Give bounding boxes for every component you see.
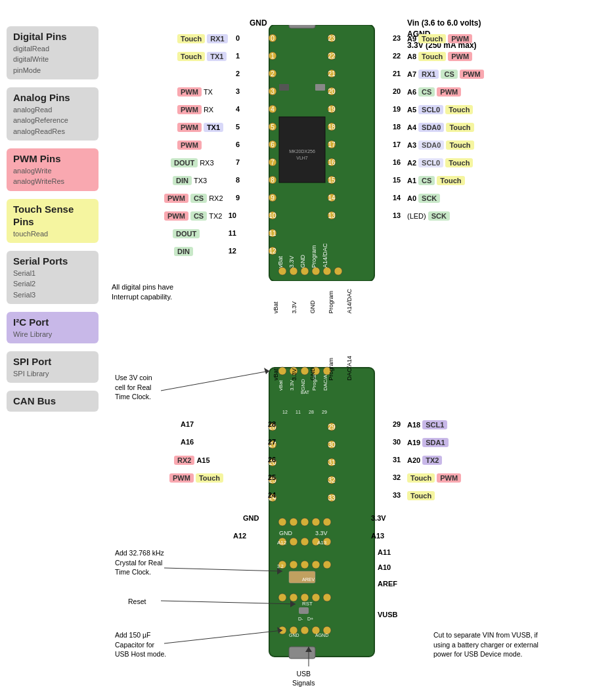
legend-digital-title: Digital Pins bbox=[13, 30, 92, 43]
pin18-sda0: SDA0 bbox=[418, 123, 444, 132]
pin27-labels: A16 bbox=[181, 438, 194, 446]
gnd-bottom-label: GND bbox=[309, 289, 316, 314]
svg-text:0: 0 bbox=[271, 35, 275, 42]
pin30-labels: A19 SDA1 bbox=[407, 438, 449, 447]
svg-text:3.3V: 3.3V bbox=[315, 530, 328, 536]
pinnum-7: 7 bbox=[227, 158, 240, 166]
pinnum-9: 9 bbox=[227, 194, 240, 202]
pin23-labels: A9 Touch PWM bbox=[407, 34, 472, 43]
svg-text:BAT: BAT bbox=[301, 390, 310, 395]
pin8-din: DIN bbox=[173, 176, 192, 185]
svg-text:21: 21 bbox=[328, 70, 336, 77]
pin29-a18: A18 bbox=[407, 421, 420, 429]
pin23-a9: A9 bbox=[407, 35, 416, 43]
pin14-labels: A0 SCK bbox=[407, 194, 440, 203]
pinnum-10: 10 bbox=[223, 211, 236, 219]
pin8-tx3: TX3 bbox=[194, 177, 207, 184]
svg-text:11: 11 bbox=[269, 230, 276, 237]
pin19-touch: Touch bbox=[445, 105, 473, 114]
pin19-scl0: SCL0 bbox=[418, 105, 443, 114]
a14dac-label: A14/DAC bbox=[346, 289, 353, 314]
pin7-dout: DOUT bbox=[171, 158, 198, 167]
pin33-labels: Touch bbox=[407, 491, 435, 500]
pin10-labels: PWM CS TX2 bbox=[164, 211, 222, 221]
pin31-a20: A20 bbox=[407, 456, 420, 464]
pin22-pwm: PWM bbox=[448, 52, 472, 61]
a10-label: A10 bbox=[378, 563, 391, 571]
a11-label: A11 bbox=[378, 548, 391, 556]
svg-text:A12: A12 bbox=[277, 540, 287, 546]
svg-rect-36 bbox=[315, 84, 325, 91]
pin15-a1: A1 bbox=[407, 177, 416, 184]
pinnum-13: 13 bbox=[393, 211, 406, 219]
pin27-a16: A16 bbox=[181, 438, 194, 446]
pin5-labels: PWM TX1 bbox=[177, 123, 223, 132]
pin16-touch: Touch bbox=[445, 158, 473, 167]
svg-text:RST: RST bbox=[302, 601, 313, 607]
svg-text:29: 29 bbox=[322, 410, 327, 414]
pin0-touch: Touch bbox=[177, 34, 205, 43]
pin15-cs: CS bbox=[418, 176, 435, 185]
svg-text:vBat: vBat bbox=[277, 255, 284, 268]
svg-text:GND: GND bbox=[279, 530, 293, 536]
svg-text:6: 6 bbox=[271, 141, 275, 148]
pin14-sck: SCK bbox=[418, 194, 440, 203]
pin21-pwm: PWM bbox=[460, 70, 484, 79]
legend-touch-title: Touch Sense Pins bbox=[13, 203, 92, 228]
pinnum-12: 12 bbox=[223, 247, 236, 255]
pin13-sck: SCK bbox=[428, 211, 450, 221]
svg-text:2: 2 bbox=[271, 70, 275, 77]
pinnum-31: 31 bbox=[393, 456, 401, 464]
pinnum-28: 28 bbox=[268, 420, 276, 428]
svg-text:29: 29 bbox=[328, 423, 336, 431]
svg-point-118 bbox=[312, 594, 320, 601]
coin-cell-annotation: Use 3V coin cell for Real Time Clock. bbox=[115, 373, 152, 402]
svg-text:GND: GND bbox=[300, 379, 306, 391]
svg-point-99 bbox=[301, 518, 309, 526]
legend-can-bus: CAN Bus bbox=[7, 391, 99, 412]
pin23-pwm: PWM bbox=[448, 34, 472, 43]
gnd-b-label: GND bbox=[309, 356, 316, 381]
svg-rect-35 bbox=[279, 84, 289, 91]
svg-text:GND: GND bbox=[299, 255, 306, 269]
legend-spi-title: SPI Port bbox=[13, 355, 92, 368]
pin19-labels: A5 SCL0 Touch bbox=[407, 105, 473, 114]
svg-point-111 bbox=[301, 561, 309, 569]
pinnum-5: 5 bbox=[227, 123, 240, 131]
pin20-cs: CS bbox=[418, 87, 435, 97]
pin13-labels: (LED) SCK bbox=[407, 211, 450, 221]
pin14-a0: A0 bbox=[407, 194, 416, 202]
pin28-labels: A17 bbox=[181, 420, 194, 428]
pinnum-17: 17 bbox=[393, 141, 406, 148]
svg-point-101 bbox=[323, 518, 331, 526]
pinnum-11: 11 bbox=[223, 229, 236, 237]
svg-text:3.2: 3.2 bbox=[277, 564, 284, 569]
pinnum-29: 29 bbox=[393, 420, 401, 428]
bottom-labels-top: vBat 3.3V GND Program A14/DAC bbox=[273, 289, 353, 314]
program-label: Program bbox=[328, 289, 334, 314]
pin28-a17: A17 bbox=[181, 420, 194, 428]
svg-rect-1 bbox=[289, 25, 315, 28]
svg-text:AREV: AREV bbox=[302, 577, 315, 582]
svg-text:D+: D+ bbox=[307, 617, 313, 621]
pin21-a7: A7 bbox=[407, 70, 416, 78]
svg-text:20: 20 bbox=[328, 88, 336, 95]
pinnum-18: 18 bbox=[393, 123, 406, 131]
pin25-touch: Touch bbox=[196, 473, 223, 483]
pin32-touch: Touch bbox=[407, 473, 435, 483]
pin9-cs: CS bbox=[190, 194, 207, 203]
3v3-b-label: 3.3V bbox=[291, 356, 297, 381]
svg-text:5: 5 bbox=[271, 123, 275, 131]
pin17-labels: A3 SDA0 Touch bbox=[407, 141, 474, 150]
daca14-b-label: DAC/A14 bbox=[346, 356, 353, 381]
pin0-labels: Touch RX1 bbox=[177, 34, 228, 43]
pin6-labels: PWM bbox=[177, 141, 202, 150]
legend-i2c-funcs: Wire Library bbox=[13, 329, 92, 340]
svg-point-116 bbox=[290, 594, 297, 601]
svg-rect-126 bbox=[289, 647, 315, 659]
legend-sidebar: Digital Pins digitalRead digitalWrite pi… bbox=[7, 26, 99, 420]
svg-point-31 bbox=[334, 267, 342, 275]
svg-text:10: 10 bbox=[269, 212, 276, 219]
pinnum-3: 3 bbox=[227, 87, 240, 95]
svg-text:13: 13 bbox=[328, 212, 336, 219]
